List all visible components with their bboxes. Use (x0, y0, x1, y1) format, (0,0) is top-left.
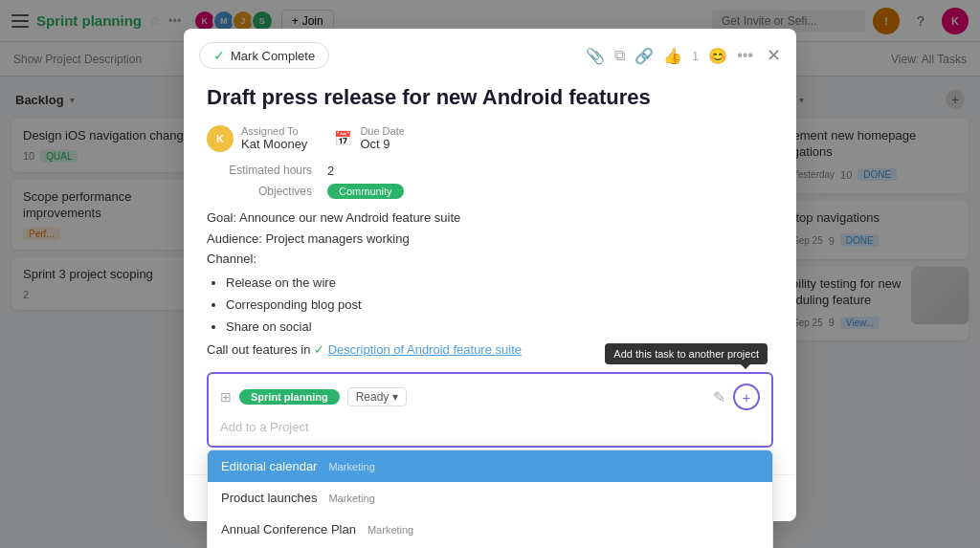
modal-header: ✓ Mark Complete 📎 ⧉ 🔗 👍 1 😊 ••• ✕ (184, 29, 796, 69)
modal-overlay: ✓ Mark Complete 📎 ⧉ 🔗 👍 1 😊 ••• ✕ Draft … (0, 0, 980, 548)
modal-header-icons: 📎 ⧉ 🔗 👍 1 😊 ••• ✕ (586, 45, 781, 66)
mark-complete-button[interactable]: ✓ Mark Complete (199, 42, 329, 69)
grid-icon: ⊞ (220, 389, 232, 405)
assignee-avatar: K (207, 125, 234, 152)
assigned-to-label: Assigned To (241, 125, 307, 137)
list-item: Corresponding blog post (226, 296, 773, 316)
callout-line: Call out features in ✓ Description of An… (207, 340, 773, 361)
dropdown-item-conference[interactable]: Annual Conference Plan Marketing (208, 514, 772, 545)
callout-link[interactable]: Description of Android feature suite (328, 342, 522, 357)
list-item: Release on the wire (226, 274, 773, 294)
audience-line: Audience: Project managers working (207, 230, 773, 250)
due-date-value: Oct 9 (360, 137, 404, 151)
project-icons: ✎ + Add this task to another project (713, 384, 760, 410)
objectives-label: Objectives (207, 185, 312, 198)
attachment-icon[interactable]: 📎 (586, 47, 605, 65)
like-icon[interactable]: 👍 (663, 47, 682, 65)
project-dropdown: Editorial calendar Marketing Product lau… (207, 449, 773, 548)
add-project-input[interactable] (220, 418, 760, 436)
assignee-section: K Assigned To Kat Mooney (207, 125, 307, 152)
goal-line: Goal: Announce our new Android feature s… (207, 208, 773, 229)
edit-icon[interactable]: ✎ (713, 388, 725, 406)
project-tag: Sprint planning (239, 389, 340, 405)
task-fields: Estimated hours 2 Objectives Community (207, 164, 773, 199)
ready-dropdown[interactable]: Ready ▾ (347, 387, 408, 406)
close-button[interactable]: ✕ (767, 45, 781, 66)
hours-row: Estimated hours 2 (207, 164, 773, 178)
assignee-name: Kat Mooney (241, 137, 307, 151)
objectives-row: Objectives Community (207, 184, 773, 199)
objectives-tag: Community (327, 184, 404, 199)
link-icon[interactable]: 🔗 (635, 47, 654, 65)
due-date-label: Due Date (360, 125, 404, 137)
calendar-icon: 📅 (334, 130, 352, 147)
copy-icon[interactable]: ⧉ (614, 47, 625, 64)
due-date-section: 📅 Due Date Oct 9 (334, 125, 404, 151)
chevron-down-icon: ▾ (392, 390, 398, 404)
task-description: Goal: Announce our new Android feature s… (207, 208, 773, 362)
description-list: Release on the wire Corresponding blog p… (207, 274, 773, 337)
list-item: Share on social (226, 318, 773, 338)
add-to-project-button[interactable]: + Add this task to another project (733, 384, 760, 410)
project-row: ⊞ Sprint planning Ready ▾ ✎ + Add this t… (220, 384, 760, 410)
dropdown-item-product[interactable]: Product launches Marketing (208, 482, 772, 514)
assignee-info: Assigned To Kat Mooney (241, 125, 307, 151)
check-icon: ✓ (213, 48, 225, 63)
emoji-icon[interactable]: 😊 (708, 47, 727, 65)
check-green-icon: ✓ (314, 342, 324, 357)
more-icon[interactable]: ••• (737, 47, 753, 64)
estimated-hours-value: 2 (327, 164, 334, 178)
count-icon: 1 (692, 49, 699, 63)
estimated-hours-label: Estimated hours (207, 164, 312, 177)
modal-title: Draft press release for new Android feat… (207, 84, 773, 112)
task-modal: ✓ Mark Complete 📎 ⧉ 🔗 👍 1 😊 ••• ✕ Draft … (184, 29, 796, 521)
task-info-row: K Assigned To Kat Mooney 📅 Due Date Oct … (207, 125, 773, 152)
modal-body: Draft press release for new Android feat… (184, 69, 796, 474)
dropdown-item-editorial[interactable]: Editorial calendar Marketing (208, 450, 772, 482)
project-section: ⊞ Sprint planning Ready ▾ ✎ + Add this t… (207, 372, 773, 448)
due-date-info: Due Date Oct 9 (360, 125, 404, 151)
channel-label: Channel: (207, 250, 773, 270)
